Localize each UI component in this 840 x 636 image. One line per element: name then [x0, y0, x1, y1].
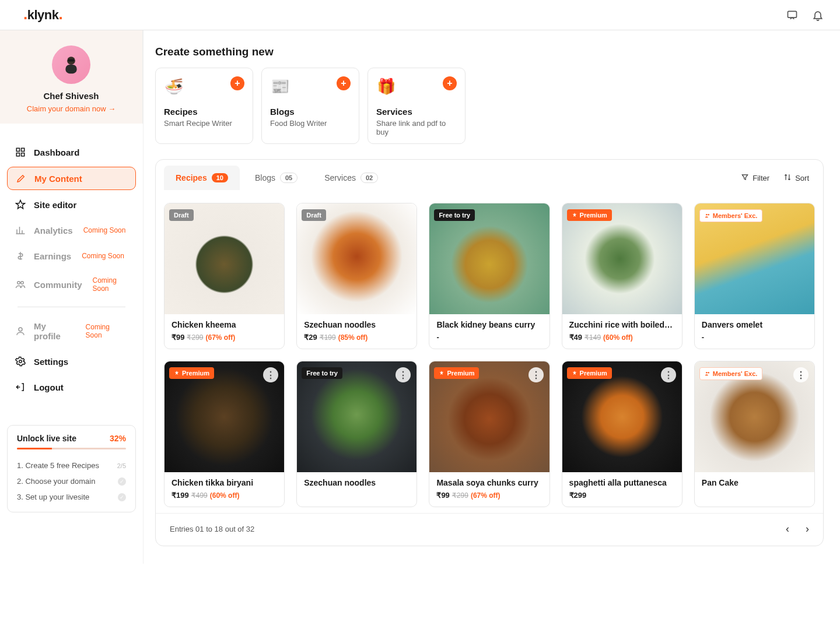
add-icon[interactable]: + [230, 76, 244, 90]
svg-rect-0 [788, 11, 797, 17]
recipe-card[interactable]: Draft Szechuan noodles ₹29 ₹199 (85% off… [296, 203, 417, 349]
svg-rect-4 [16, 148, 19, 151]
bell-icon[interactable] [812, 9, 824, 21]
nav-community: Community Coming Soon [7, 270, 136, 298]
create-card-blogs[interactable]: 📰 + Blogs Food Blog Writer [261, 68, 359, 144]
create-card-title: Blogs [270, 107, 351, 117]
main: Create something new 🍜 + Recipes Smart R… [143, 30, 840, 564]
more-icon[interactable]: ⋮ [396, 367, 411, 382]
add-icon[interactable]: + [443, 76, 457, 90]
check-icon: ✓ [118, 477, 126, 486]
tab-count: 05 [280, 173, 298, 183]
recipe-card[interactable]: Members' Exc. ⋮ Pan Cake [694, 361, 815, 507]
chat-icon[interactable] [786, 9, 798, 21]
tab-recipes[interactable]: Recipes10 [164, 166, 240, 190]
create-card-recipes[interactable]: 🍜 + Recipes Smart Recipe Writer [155, 68, 253, 144]
unlock-step[interactable]: 1. Create 5 free Recipes2/5 [17, 458, 126, 473]
avatar[interactable] [52, 45, 90, 84]
price-row: ₹299 [569, 491, 675, 500]
filter-button[interactable]: Filter [741, 173, 769, 183]
price-strike: ₹499 [191, 491, 208, 500]
create-card-icon: 📰 [270, 76, 290, 96]
recipe-image: Free to try [429, 203, 549, 314]
recipe-card[interactable]: Premium ⋮ Masala soya chunks curry ₹99 ₹… [429, 361, 550, 507]
recipe-card[interactable]: Draft Chicken kheema ₹99 ₹299 (67% off) [164, 203, 285, 349]
nav-label: My profile [34, 321, 75, 341]
recipe-image: Free to try ⋮ [297, 361, 416, 472]
pager-prev[interactable]: ‹ [786, 523, 789, 535]
filter-label: Filter [752, 174, 769, 182]
tab-label: Recipes [176, 173, 207, 182]
nav-divider [18, 307, 125, 307]
price-row: - [436, 333, 542, 342]
user-name: Chef Shivesh [0, 91, 142, 101]
price-row: ₹99 ₹299 (67% off) [172, 333, 277, 342]
logo[interactable]: .klynk. [23, 8, 62, 23]
more-icon[interactable]: ⋮ [661, 367, 676, 382]
nav-label: Dashboard [34, 147, 79, 157]
recipe-title: Szechuan noodles [304, 478, 410, 487]
price: ₹299 [569, 491, 587, 500]
price-discount: (85% off) [338, 333, 368, 342]
more-icon[interactable]: ⋮ [263, 367, 278, 382]
price-strike: ₹299 [452, 491, 468, 500]
price-strike: ₹199 [320, 333, 336, 342]
more-icon[interactable]: ⋮ [793, 367, 808, 382]
unlock-step[interactable]: 2. Choose your domain✓ [17, 473, 126, 489]
recipe-card[interactable]: Premium ⋮ Chicken tikka biryani ₹199 ₹49… [164, 361, 285, 507]
recipe-title: Black kidney beans curry [436, 320, 542, 329]
price: - [436, 333, 439, 342]
recipe-card[interactable]: Free to try Black kidney beans curry - [429, 203, 550, 349]
svg-point-9 [21, 282, 24, 284]
tab-blogs[interactable]: Blogs05 [243, 166, 309, 190]
nav-label: Logout [34, 382, 64, 392]
tab-count: 02 [360, 173, 378, 183]
recipe-image: Premium ⋮ [562, 361, 682, 472]
add-icon[interactable]: + [337, 76, 351, 90]
nav-settings[interactable]: Settings [7, 350, 136, 373]
nav-earnings: Earnings Coming Soon [7, 245, 136, 267]
sort-button[interactable]: Sort [783, 173, 809, 183]
page-title: Create something new [155, 45, 824, 58]
price: ₹99 [172, 333, 184, 342]
tab-count: 10 [212, 173, 228, 182]
tab-services[interactable]: Services02 [313, 166, 390, 190]
recipe-grid: Draft Chicken kheema ₹99 ₹299 (67% off) … [156, 190, 823, 513]
coming-soon-badge: Coming Soon [83, 226, 126, 234]
check-icon: ✓ [118, 493, 126, 501]
nav-site-editor[interactable]: Site editor [7, 194, 136, 216]
create-card-sub: Share link and pdf to buy [376, 119, 457, 136]
claim-domain-link[interactable]: Claim your domain now → [0, 104, 142, 113]
nav-logout[interactable]: Logout [7, 376, 136, 398]
unlock-percent: 32% [110, 434, 126, 443]
price: - [702, 333, 704, 342]
recipe-title: Chicken kheema [172, 320, 277, 329]
content-panel: Recipes10Blogs05Services02 Filter Sort D… [155, 159, 824, 546]
more-icon[interactable]: ⋮ [528, 367, 544, 382]
nav-my-content[interactable]: My Content [7, 167, 136, 190]
svg-point-15 [708, 372, 709, 374]
recipe-title: Masala soya chunks curry [436, 478, 542, 487]
pager-next[interactable]: › [806, 523, 809, 535]
recipe-card[interactable]: Free to try ⋮ Szechuan noodles [296, 361, 417, 507]
create-card-services[interactable]: 🎁 + Services Share link and pdf to buy [368, 68, 466, 144]
unlock-title: Unlock live site [17, 434, 76, 443]
nav-dashboard[interactable]: Dashboard [7, 141, 136, 163]
create-card-icon: 🍜 [164, 76, 184, 96]
dashboard-icon [15, 147, 26, 157]
svg-point-8 [18, 282, 20, 284]
svg-rect-6 [16, 153, 19, 156]
recipe-badge: Draft [169, 209, 194, 221]
recipe-card[interactable]: Premium ⋮ spaghetti alla puttanesca ₹299 [562, 361, 682, 507]
recipe-card[interactable]: Premium Zucchini rice with boiled eg... … [562, 203, 682, 349]
pager: Entries 01 to 18 out of 32 ‹ › [156, 513, 823, 546]
svg-point-12 [706, 214, 708, 216]
nav: Dashboard My Content Site editor Analyti… [0, 124, 143, 402]
price: ₹29 [304, 333, 317, 342]
recipe-card[interactable]: Members' Exc. Danvers omelet - [694, 203, 815, 349]
recipe-image: Members' Exc. ⋮ [695, 361, 814, 472]
unlock-step[interactable]: 3. Set up your livesite✓ [17, 489, 126, 505]
unlock-card: Unlock live site 32% 1. Create 5 free Re… [7, 425, 136, 512]
create-card-title: Services [376, 107, 457, 117]
recipe-badge: Free to try [302, 367, 342, 379]
